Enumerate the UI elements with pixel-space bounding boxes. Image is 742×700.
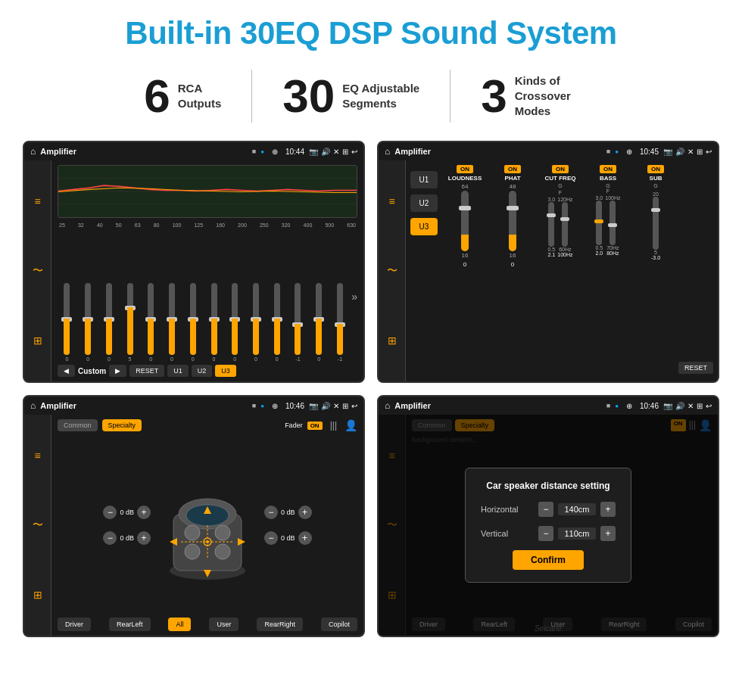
eq-slider-col-5[interactable]: 0 bbox=[142, 283, 161, 362]
close-icon-3: ✕ bbox=[333, 402, 339, 410]
vol-plus-rb[interactable]: + bbox=[298, 531, 312, 545]
fader-top-row: Common Specialty Fader ON ||| 👤 bbox=[58, 419, 357, 431]
reset-btn-2[interactable]: RESET bbox=[678, 362, 713, 374]
vol-minus-rt[interactable]: − bbox=[264, 506, 278, 519]
rearright-btn[interactable]: RearRight bbox=[257, 618, 303, 631]
eq-slider-col-10[interactable]: 0 bbox=[247, 283, 266, 362]
phat-col: ON PHAT 48 16 0 bbox=[490, 165, 535, 377]
eq-slider-col-2[interactable]: 0 bbox=[79, 283, 98, 362]
back-icon-4[interactable]: ↩ bbox=[706, 402, 712, 410]
vol-row-right-top: − 0 dB + bbox=[264, 506, 312, 519]
home-icon-1[interactable]: ⌂ bbox=[30, 146, 36, 157]
stats-row: 6 RCAOutputs 30 EQ AdjustableSegments 3 … bbox=[23, 70, 719, 123]
u3-btn[interactable]: U3 bbox=[215, 365, 236, 377]
stat-rca-number: 6 bbox=[144, 73, 170, 120]
eq-icon-2[interactable]: ≡ bbox=[388, 195, 394, 207]
prev-btn[interactable]: ◀ bbox=[58, 365, 75, 377]
vol-plus-rt[interactable]: + bbox=[298, 506, 312, 519]
eq-slider-col-9[interactable]: 0 bbox=[226, 283, 245, 362]
back-icon-3[interactable]: ↩ bbox=[351, 402, 357, 410]
screen4-dot: ● bbox=[615, 403, 619, 409]
screen1-header: ⌂ Amplifier ■ ● ⊕ 10:44 📷 🔊 ✕ ⊞ ↩ bbox=[24, 142, 363, 160]
horizontal-plus[interactable]: + bbox=[600, 502, 616, 517]
screen4-header-icons: 📷 🔊 ✕ ⊞ ↩ bbox=[663, 402, 712, 410]
eq-slider-col-4[interactable]: 5 bbox=[120, 283, 139, 362]
screen1-time: 10:44 bbox=[285, 148, 304, 156]
sub-on: ON bbox=[647, 165, 664, 173]
next-btn[interactable]: ▶ bbox=[109, 365, 126, 377]
eq-slider-col-3[interactable]: 0 bbox=[99, 283, 118, 362]
wave-icon-2[interactable]: 〜 bbox=[387, 264, 398, 278]
close-icon-4: ✕ bbox=[687, 402, 694, 410]
eq-slider-col-14[interactable]: -1 bbox=[331, 283, 350, 362]
phat-title: PHAT bbox=[504, 175, 520, 182]
eq-slider-col-11[interactable]: 0 bbox=[267, 283, 286, 362]
location-icon-2: ⊕ bbox=[626, 148, 632, 156]
stat-rca-text: RCAOutputs bbox=[178, 81, 222, 112]
screen1-eq-main: 2532 4050 6380 100125 160200 250320 4005… bbox=[51, 160, 363, 381]
specialty-tab[interactable]: Specialty bbox=[102, 419, 142, 431]
u1-btn[interactable]: U1 bbox=[167, 365, 189, 377]
u3-crossover-btn[interactable]: U3 bbox=[410, 218, 438, 235]
eq-slider-col-6[interactable]: 0 bbox=[163, 283, 182, 362]
volume-sidebar-icon[interactable]: ⊞ bbox=[33, 334, 42, 347]
all-btn[interactable]: All bbox=[168, 618, 191, 631]
vol-minus-rb[interactable]: − bbox=[264, 531, 278, 545]
u1-crossover-btn[interactable]: U1 bbox=[410, 171, 438, 188]
vertical-plus[interactable]: + bbox=[600, 526, 616, 541]
home-icon-3[interactable]: ⌂ bbox=[30, 400, 36, 411]
bottom-buttons-3: Driver RearLeft All User RearRight Copil… bbox=[58, 618, 357, 631]
screen2-title: Amplifier bbox=[394, 147, 601, 156]
volume-icon-4: 🔊 bbox=[675, 402, 684, 410]
custom-label: Custom bbox=[78, 367, 106, 375]
volume-icon-3: 🔊 bbox=[321, 402, 330, 410]
location-icon-3: ⊕ bbox=[272, 402, 278, 410]
wave-icon[interactable]: 〜 bbox=[33, 264, 43, 278]
expand-icon[interactable]: » bbox=[351, 291, 357, 303]
eq-slider-col-13[interactable]: 0 bbox=[310, 283, 329, 362]
wave-icon-3[interactable]: 〜 bbox=[33, 518, 43, 532]
u2-btn[interactable]: U2 bbox=[192, 365, 213, 377]
reset-btn-1[interactable]: RESET bbox=[129, 365, 164, 377]
screen1-header-icons: 📷 🔊 ✕ ⊞ ↩ bbox=[309, 148, 357, 156]
fader-lines-icon: ||| bbox=[330, 420, 337, 431]
volume-sidebar-icon-3[interactable]: ⊞ bbox=[33, 589, 42, 601]
page-title: Built-in 30EQ DSP Sound System bbox=[125, 15, 616, 51]
screen-eq: ⌂ Amplifier ■ ● ⊕ 10:44 📷 🔊 ✕ ⊞ ↩ ≡ 〜 bbox=[23, 141, 365, 383]
camera-icon-2: 📷 bbox=[663, 148, 672, 156]
eq-slider-col-8[interactable]: 0 bbox=[204, 283, 223, 362]
home-icon-4[interactable]: ⌂ bbox=[385, 400, 390, 411]
eq-slider-col-12[interactable]: -1 bbox=[288, 283, 307, 362]
rearleft-btn[interactable]: RearLeft bbox=[109, 618, 151, 631]
fader-on-badge: ON bbox=[307, 422, 323, 430]
eq-icon-3[interactable]: ≡ bbox=[34, 450, 40, 462]
dialog-title: Car speaker distance setting bbox=[481, 481, 616, 491]
horizontal-minus[interactable]: − bbox=[538, 502, 553, 517]
vertical-row: Vertical − 110cm + bbox=[481, 526, 616, 541]
phat-on: ON bbox=[504, 165, 521, 173]
vol-minus-lb[interactable]: − bbox=[103, 531, 117, 545]
svg-point-8 bbox=[185, 525, 200, 540]
eq-slider-col-7[interactable]: 0 bbox=[183, 283, 202, 362]
eq-icon[interactable]: ≡ bbox=[34, 195, 40, 207]
vol-text-lt: 0 dB bbox=[120, 509, 134, 516]
home-icon-2[interactable]: ⌂ bbox=[385, 146, 390, 157]
u2-crossover-btn[interactable]: U2 bbox=[410, 194, 438, 212]
eq-slider-col-1[interactable]: 0 bbox=[58, 283, 76, 362]
confirm-button[interactable]: Confirm bbox=[513, 550, 584, 570]
window-icon-1: ⊞ bbox=[342, 148, 348, 156]
back-icon-2[interactable]: ↩ bbox=[706, 148, 712, 156]
vertical-label: Vertical bbox=[481, 529, 508, 538]
vertical-minus[interactable]: − bbox=[538, 526, 553, 541]
cutfreq-col: ON CUT FREQ G F 3.0 bbox=[538, 165, 583, 377]
copilot-btn[interactable]: Copilot bbox=[321, 618, 357, 631]
cutfreq-on: ON bbox=[552, 165, 569, 173]
vol-plus-lb[interactable]: + bbox=[137, 531, 151, 545]
common-tab[interactable]: Common bbox=[58, 419, 98, 431]
vol-minus-lt[interactable]: − bbox=[103, 506, 117, 519]
volume-sidebar-icon-2[interactable]: ⊞ bbox=[388, 334, 397, 347]
driver-btn[interactable]: Driver bbox=[58, 618, 91, 631]
vol-plus-lt[interactable]: + bbox=[137, 506, 151, 519]
back-icon-1[interactable]: ↩ bbox=[351, 148, 357, 156]
user-btn[interactable]: User bbox=[209, 618, 238, 631]
